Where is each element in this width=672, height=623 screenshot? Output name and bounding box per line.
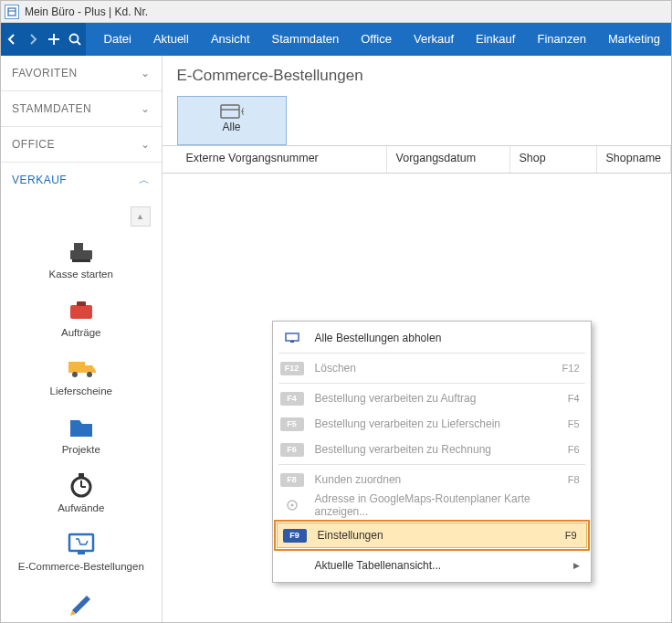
ctx-verarbeiten-auftrag: F4 Bestellung verarbeiten zu Auftrag F4 (273, 385, 591, 411)
ecommerce-icon (65, 530, 98, 557)
filter-row: € Alle (163, 96, 671, 146)
svg-point-11 (87, 372, 92, 377)
ctx-label: Bestellung verarbeiten zu Rechnung (315, 443, 568, 456)
top-toolbar: Datei Aktuell Ansicht Stammdaten Office … (1, 23, 671, 56)
menu-finanzen[interactable]: Finanzen (526, 23, 596, 56)
sidebar-group-stammdaten[interactable]: STAMMDATEN ⌄ (1, 91, 162, 126)
column-shop[interactable]: Shop (510, 146, 597, 173)
separator (278, 353, 585, 354)
ctx-kunden-zuordnen: F8 Kunden zuordnen F8 (273, 467, 591, 492)
svg-point-24 (290, 503, 293, 506)
svg-rect-6 (72, 259, 90, 262)
sidebar-group-verkauf[interactable]: VERKAUF ︿ (1, 163, 162, 197)
window-title: Mein Büro - Plus | Kd. Nr. (25, 5, 148, 18)
key-badge: F6 (280, 443, 304, 457)
ctx-label: Bestellung verarbeiten zu Auftrag (315, 392, 568, 405)
ctx-einstellungen[interactable]: F9 Einstellungen F9 (277, 523, 587, 548)
menu-ansicht[interactable]: Ansicht (200, 23, 261, 56)
svg-line-3 (77, 42, 80, 46)
scroll-up-button[interactable]: ▲ (131, 206, 151, 227)
key-badge: F9 (283, 529, 307, 543)
column-shopname[interactable]: Shopname (597, 146, 671, 173)
sidebar-item-label: Aufwände (58, 502, 104, 513)
submenu-arrow-icon: ▶ (573, 561, 580, 570)
svg-rect-4 (70, 250, 92, 259)
key-badge: F8 (280, 473, 304, 487)
filter-alle-button[interactable]: € Alle (177, 96, 287, 145)
menu-stammdaten[interactable]: Stammdaten (261, 23, 351, 56)
chevron-up-icon: ︿ (139, 173, 151, 188)
svg-rect-21 (286, 333, 299, 341)
sidebar-group-label: FAVORITEN (12, 67, 78, 79)
main-menu: Datei Aktuell Ansicht Stammdaten Office … (86, 23, 671, 56)
menu-office[interactable]: Office (350, 23, 403, 56)
cash-register-icon (65, 238, 98, 265)
ctx-label: Aktuelle Tabellenansicht... (315, 559, 573, 572)
page-title: E-Commerce-Bestellungen (177, 67, 671, 85)
nav-back-button[interactable] (1, 23, 22, 56)
svg-rect-17 (78, 551, 85, 554)
chevron-down-icon: ⌄ (141, 67, 151, 79)
ctx-label: Adresse in GoogleMaps-Routenplaner Karte… (315, 492, 580, 518)
separator (278, 383, 585, 384)
sidebar-group-label: OFFICE (12, 138, 55, 151)
monitor-icon (280, 332, 304, 345)
sidebar-item-label: E-Commerce-Bestellungen (18, 561, 144, 572)
sidebar-item-aufwaende[interactable]: Aufwände (1, 464, 162, 523)
nav-controls (1, 23, 86, 56)
menu-datei[interactable]: Datei (93, 23, 142, 56)
ctx-shortcut: F6 (568, 444, 580, 455)
menu-marketing[interactable]: Marketing (597, 23, 671, 56)
briefcase-icon (65, 296, 98, 323)
ctx-loeschen: F12 Löschen F12 (273, 355, 591, 381)
stopwatch-icon (65, 471, 98, 499)
ctx-alle-abholen[interactable]: Alle Bestellungen abholen (273, 325, 591, 351)
svg-rect-0 (8, 8, 16, 16)
column-vorgangsdatum[interactable]: Vorgangsdatum (387, 146, 510, 173)
separator (278, 520, 585, 521)
menu-verkauf[interactable]: Verkauf (403, 23, 465, 56)
nav-add-button[interactable] (43, 23, 64, 56)
ctx-tabellenansicht[interactable]: Aktuelle Tabellenansicht... ▶ (273, 553, 591, 578)
ctx-shortcut: F8 (568, 474, 580, 485)
target-icon (280, 499, 304, 512)
key-badge: F5 (280, 417, 304, 431)
sidebar-item-auftraege[interactable]: Aufträge (1, 289, 162, 347)
column-externe-nr[interactable]: Externe Vorgangsnummer (177, 146, 387, 173)
svg-rect-7 (70, 305, 92, 319)
content-area: E-Commerce-Bestellungen € Alle Externe V… (163, 56, 671, 622)
nav-forward-button[interactable] (22, 23, 43, 56)
sidebar-item-label: Aufträge (61, 327, 100, 338)
sidebar-item-label: Projekte (62, 444, 100, 455)
window-titlebar: Mein Büro - Plus | Kd. Nr. (1, 1, 671, 23)
sidebar-item-more[interactable] (1, 581, 162, 619)
sidebar-item-kasse[interactable]: Kasse starten (1, 230, 162, 289)
svg-rect-18 (221, 105, 239, 118)
svg-rect-5 (74, 243, 83, 250)
svg-text:€: € (241, 107, 244, 117)
app-icon (5, 5, 19, 19)
filter-label: Alle (223, 121, 241, 133)
ctx-shortcut: F12 (562, 363, 580, 374)
sidebar-item-projekte[interactable]: Projekte (1, 406, 162, 464)
sidebar-group-office[interactable]: OFFICE ⌄ (1, 127, 162, 162)
pen-icon (65, 588, 98, 616)
menu-aktuell[interactable]: Aktuell (142, 23, 200, 56)
sidebar-group-label: STAMMDATEN (12, 102, 91, 115)
chevron-down-icon: ⌄ (141, 138, 151, 151)
key-badge: F4 (280, 392, 304, 406)
svg-rect-13 (79, 473, 84, 477)
folder-icon (65, 413, 98, 440)
sidebar-item-ecommerce[interactable]: E-Commerce-Bestellungen (1, 523, 162, 581)
sidebar-item-label: Kasse starten (49, 269, 113, 280)
svg-rect-22 (290, 341, 294, 343)
sidebar-group-favoriten[interactable]: FAVORITEN ⌄ (1, 56, 162, 90)
chevron-down-icon: ⌄ (141, 102, 151, 115)
svg-rect-9 (68, 362, 85, 373)
ctx-googlemaps: Adresse in GoogleMaps-Routenplaner Karte… (273, 492, 591, 518)
nav-search-button[interactable] (64, 23, 85, 56)
blank-icon (280, 559, 304, 573)
card-euro-icon: € (220, 102, 244, 121)
menu-einkauf[interactable]: Einkauf (465, 23, 526, 56)
sidebar-item-lieferscheine[interactable]: Lieferscheine (1, 347, 162, 406)
